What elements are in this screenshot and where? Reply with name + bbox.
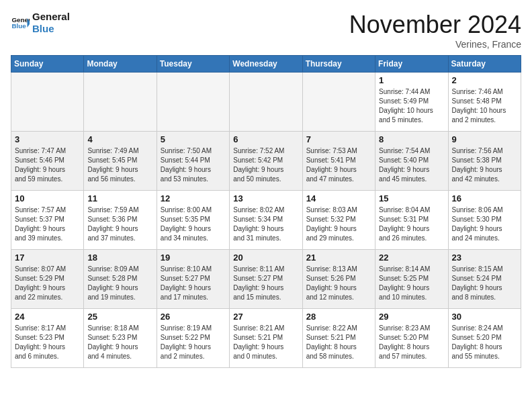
calendar-cell: 13Sunrise: 8:02 AMSunset: 5:34 PMDayligh… [230,191,302,250]
day-info: Sunrise: 8:23 AMSunset: 5:20 PMDaylight:… [379,324,444,361]
day-info: Sunrise: 7:49 AMSunset: 5:45 PMDaylight:… [87,146,152,184]
calendar-cell: 6Sunrise: 7:52 AMSunset: 5:42 PMDaylight… [230,132,302,191]
day-number: 10 [15,193,80,203]
calendar-cell: 27Sunrise: 8:21 AMSunset: 5:21 PMDayligh… [230,309,302,368]
day-info: Sunrise: 8:22 AMSunset: 5:21 PMDaylight:… [306,324,371,361]
day-info: Sunrise: 7:53 AMSunset: 5:41 PMDaylight:… [306,146,371,184]
day-number: 22 [379,253,444,263]
logo-icon: General Blue [11,13,30,32]
day-info: Sunrise: 8:17 AMSunset: 5:23 PMDaylight:… [15,324,80,361]
day-number: 26 [161,312,226,322]
header-friday: Friday [375,56,448,73]
day-number: 25 [87,312,152,322]
calendar-cell [84,73,157,132]
calendar-cell: 21Sunrise: 8:13 AMSunset: 5:26 PMDayligh… [302,250,375,309]
day-info: Sunrise: 7:52 AMSunset: 5:42 PMDaylight:… [233,146,298,184]
calendar-cell: 2Sunrise: 7:46 AMSunset: 5:48 PMDaylight… [448,73,521,132]
day-info: Sunrise: 8:02 AMSunset: 5:34 PMDaylight:… [233,205,298,243]
calendar-cell: 11Sunrise: 7:59 AMSunset: 5:36 PMDayligh… [84,191,157,250]
header-sunday: Sunday [11,56,84,73]
day-info: Sunrise: 8:04 AMSunset: 5:31 PMDaylight:… [379,205,444,243]
calendar-cell: 16Sunrise: 8:06 AMSunset: 5:30 PMDayligh… [448,191,521,250]
day-number: 13 [233,193,298,203]
day-number: 1 [379,75,444,85]
header-wednesday: Wednesday [230,56,302,73]
page-header: General Blue General Blue November 2024 … [11,11,521,50]
day-number: 29 [379,312,444,322]
day-number: 19 [161,253,226,263]
calendar-cell: 9Sunrise: 7:56 AMSunset: 5:38 PMDaylight… [448,132,521,191]
day-number: 6 [233,134,298,144]
calendar-header-row: SundayMondayTuesdayWednesdayThursdayFrid… [11,56,521,73]
calendar-cell: 24Sunrise: 8:17 AMSunset: 5:23 PMDayligh… [11,309,84,368]
day-number: 21 [306,253,371,263]
day-info: Sunrise: 8:00 AMSunset: 5:35 PMDaylight:… [161,205,226,243]
logo-line2: Blue [32,23,70,35]
day-number: 11 [87,193,152,203]
calendar-cell: 25Sunrise: 8:18 AMSunset: 5:23 PMDayligh… [84,309,157,368]
calendar-cell: 29Sunrise: 8:23 AMSunset: 5:20 PMDayligh… [375,309,448,368]
day-number: 23 [452,253,517,263]
calendar-cell [157,73,229,132]
calendar-week-2: 3Sunrise: 7:47 AMSunset: 5:46 PMDaylight… [11,132,521,191]
day-info: Sunrise: 8:18 AMSunset: 5:23 PMDaylight:… [87,324,152,361]
day-info: Sunrise: 8:14 AMSunset: 5:25 PMDaylight:… [379,265,444,302]
calendar-cell: 4Sunrise: 7:49 AMSunset: 5:45 PMDaylight… [84,132,157,191]
calendar-cell [11,73,84,132]
calendar-week-5: 24Sunrise: 8:17 AMSunset: 5:23 PMDayligh… [11,309,521,368]
day-info: Sunrise: 7:54 AMSunset: 5:40 PMDaylight:… [379,146,444,184]
calendar-cell: 8Sunrise: 7:54 AMSunset: 5:40 PMDaylight… [375,132,448,191]
calendar-cell: 30Sunrise: 8:24 AMSunset: 5:20 PMDayligh… [448,309,521,368]
calendar-cell: 5Sunrise: 7:50 AMSunset: 5:44 PMDaylight… [157,132,229,191]
day-number: 28 [306,312,371,322]
calendar-cell: 20Sunrise: 8:11 AMSunset: 5:27 PMDayligh… [230,250,302,309]
calendar-cell [230,73,302,132]
calendar-cell: 3Sunrise: 7:47 AMSunset: 5:46 PMDaylight… [11,132,84,191]
calendar-cell: 26Sunrise: 8:19 AMSunset: 5:22 PMDayligh… [157,309,229,368]
calendar-cell: 14Sunrise: 8:03 AMSunset: 5:32 PMDayligh… [302,191,375,250]
day-info: Sunrise: 8:07 AMSunset: 5:29 PMDaylight:… [15,265,80,302]
calendar-cell: 22Sunrise: 8:14 AMSunset: 5:25 PMDayligh… [375,250,448,309]
calendar-week-4: 17Sunrise: 8:07 AMSunset: 5:29 PMDayligh… [11,250,521,309]
svg-text:Blue: Blue [11,22,26,30]
day-number: 30 [452,312,517,322]
day-info: Sunrise: 8:03 AMSunset: 5:32 PMDaylight:… [306,205,371,243]
calendar-table: SundayMondayTuesdayWednesdayThursdayFrid… [11,55,521,368]
month-title: November 2024 [349,11,521,39]
day-info: Sunrise: 7:44 AMSunset: 5:49 PMDaylight:… [379,87,444,125]
day-info: Sunrise: 7:46 AMSunset: 5:48 PMDaylight:… [452,87,517,125]
location: Verines, France [349,39,521,50]
day-number: 16 [452,193,517,203]
day-info: Sunrise: 8:11 AMSunset: 5:27 PMDaylight:… [233,265,298,302]
calendar-cell: 18Sunrise: 8:09 AMSunset: 5:28 PMDayligh… [84,250,157,309]
day-info: Sunrise: 8:24 AMSunset: 5:20 PMDaylight:… [452,324,517,361]
day-number: 2 [452,75,517,85]
header-monday: Monday [84,56,157,73]
calendar-week-3: 10Sunrise: 7:57 AMSunset: 5:37 PMDayligh… [11,191,521,250]
day-number: 14 [306,193,371,203]
day-info: Sunrise: 7:56 AMSunset: 5:38 PMDaylight:… [452,146,517,184]
day-number: 9 [452,134,517,144]
calendar-cell: 28Sunrise: 8:22 AMSunset: 5:21 PMDayligh… [302,309,375,368]
header-tuesday: Tuesday [157,56,229,73]
day-number: 7 [306,134,371,144]
calendar-cell: 7Sunrise: 7:53 AMSunset: 5:41 PMDaylight… [302,132,375,191]
day-info: Sunrise: 7:50 AMSunset: 5:44 PMDaylight:… [161,146,226,184]
day-number: 20 [233,253,298,263]
day-info: Sunrise: 7:47 AMSunset: 5:46 PMDaylight:… [15,146,80,184]
day-number: 3 [15,134,80,144]
day-number: 27 [233,312,298,322]
day-info: Sunrise: 8:21 AMSunset: 5:21 PMDaylight:… [233,324,298,361]
day-info: Sunrise: 8:13 AMSunset: 5:26 PMDaylight:… [306,265,371,302]
logo: General Blue General Blue [11,11,70,35]
calendar-week-1: 1Sunrise: 7:44 AMSunset: 5:49 PMDaylight… [11,73,521,132]
calendar-cell: 19Sunrise: 8:10 AMSunset: 5:27 PMDayligh… [157,250,229,309]
day-info: Sunrise: 8:09 AMSunset: 5:28 PMDaylight:… [87,265,152,302]
calendar-cell: 17Sunrise: 8:07 AMSunset: 5:29 PMDayligh… [11,250,84,309]
header-thursday: Thursday [302,56,375,73]
day-info: Sunrise: 8:19 AMSunset: 5:22 PMDaylight:… [161,324,226,361]
day-number: 24 [15,312,80,322]
day-number: 8 [379,134,444,144]
calendar-cell: 1Sunrise: 7:44 AMSunset: 5:49 PMDaylight… [375,73,448,132]
day-info: Sunrise: 8:15 AMSunset: 5:24 PMDaylight:… [452,265,517,302]
